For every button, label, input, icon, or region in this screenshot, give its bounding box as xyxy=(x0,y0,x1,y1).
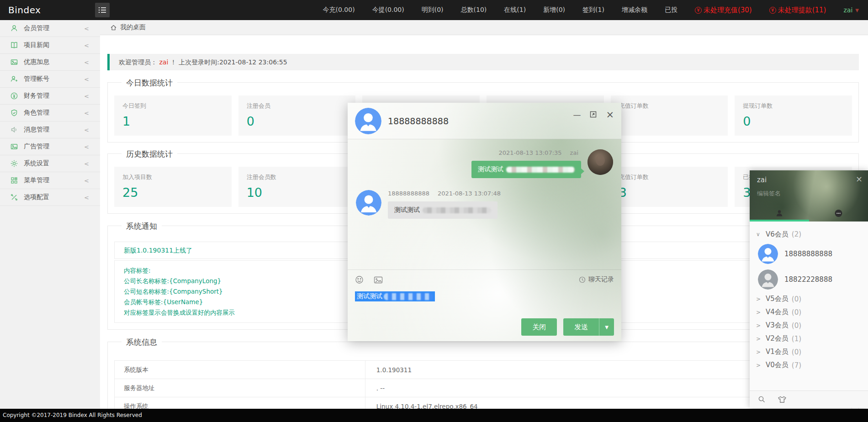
chevron-right-icon: > xyxy=(756,322,762,329)
member-icon xyxy=(10,24,18,32)
chevron-left-icon: < xyxy=(84,127,89,133)
sidebar-item-ads[interactable]: 广告管理 < xyxy=(0,138,100,155)
sidebar-label: 选项配置 xyxy=(24,193,49,201)
group-v6[interactable]: ∨ V6会员 (2) xyxy=(750,227,868,241)
section-title: 历史数据统计 xyxy=(122,149,177,159)
app-logo: Bindex xyxy=(0,5,95,16)
group-v5[interactable]: > V5会员 (0) xyxy=(750,292,868,306)
minimize-icon[interactable]: — xyxy=(573,111,581,119)
pending-recharge-alert[interactable]: ¥ 未处理充值(30) xyxy=(695,6,752,15)
chevron-left-icon: < xyxy=(84,59,89,66)
panel-toolbar xyxy=(750,390,868,408)
hamburger-menu-button[interactable] xyxy=(95,3,110,17)
member-row[interactable]: 18822228888 xyxy=(750,267,868,292)
send-options-caret[interactable]: ▼ xyxy=(599,318,614,336)
stat-card: 今日签到 1 xyxy=(114,95,232,136)
tab-chats[interactable] xyxy=(809,205,868,222)
chevron-right-icon: > xyxy=(756,349,762,355)
stat-card-value: 25 xyxy=(122,185,223,200)
withdraw-alert-icon: ¥ xyxy=(769,7,776,14)
sidebar-item-messages[interactable]: 消息管理 < xyxy=(0,121,100,138)
close-icon[interactable]: × xyxy=(856,174,863,184)
sidebar-label: 角色管理 xyxy=(24,109,49,117)
tools-icon xyxy=(10,193,18,201)
promo-image-icon xyxy=(10,58,18,66)
member-groups: ∨ V6会员 (2) 18888888888 18822228888 > V5会… xyxy=(750,222,868,390)
recharge-alert-icon: ¥ xyxy=(695,7,702,14)
group-count: (2) xyxy=(792,230,801,238)
chevron-right-icon: > xyxy=(756,309,762,316)
chat-dialog: 18888888888 — × 2021-08-13 13:07:35 zai … xyxy=(348,103,621,341)
breadcrumb-label[interactable]: 我的桌面 xyxy=(120,23,146,32)
stat-online[interactable]: 在线(1) xyxy=(504,6,526,14)
sysinfo-table: 系统版本 1.0.190311 服务器地址 . -- 操作系统 Linux 4.… xyxy=(114,360,852,409)
group-v3[interactable]: > V3会员 (0) xyxy=(750,319,868,332)
welcome-suffix: ！ 上次登录时间:2021-08-12 23:06:55 xyxy=(170,58,287,66)
stat-balance-adjust[interactable]: 增减余额 xyxy=(622,6,647,14)
stat-card-value: 0 xyxy=(743,114,844,128)
sidebar-item-finance[interactable]: 财务管理 < xyxy=(0,88,100,105)
sidebar-item-members[interactable]: 会员管理 < xyxy=(0,20,100,37)
chat-input[interactable]: 测试测试 xyxy=(355,291,614,301)
caret-down-icon: ▼ xyxy=(855,8,859,13)
emoji-icon[interactable] xyxy=(355,275,364,284)
member-row[interactable]: 18888888888 xyxy=(750,241,868,267)
sidebar-item-options[interactable]: 选项配置 < xyxy=(0,189,100,206)
message-sender: zai xyxy=(570,149,578,156)
chevron-right-icon: > xyxy=(756,336,762,342)
group-v2[interactable]: > V2会员 (1) xyxy=(750,332,868,345)
chevron-down-icon: ∨ xyxy=(756,231,762,237)
close-chat-button[interactable]: 关闭 xyxy=(521,318,557,336)
group-label: V6会员 xyxy=(766,230,789,239)
pending-recharge-label: 未处理充值(30) xyxy=(704,6,752,15)
chat-history-link[interactable]: 聊天记录 xyxy=(579,275,614,284)
close-icon[interactable]: × xyxy=(606,110,614,120)
message-bubble: 测试测试 xyxy=(388,201,498,219)
chevron-left-icon: < xyxy=(84,177,89,184)
person-icon xyxy=(775,209,783,217)
stat-new[interactable]: 新增(0) xyxy=(543,6,565,14)
search-icon[interactable] xyxy=(758,396,766,403)
redacted-content xyxy=(384,293,433,300)
sidebar-item-accounts[interactable]: 管理帐号 < xyxy=(0,71,100,88)
maximize-icon[interactable] xyxy=(590,111,597,119)
yen-circle-icon xyxy=(10,92,18,100)
skin-tshirt-icon[interactable] xyxy=(778,396,787,404)
group-v0[interactable]: > V0会员 (7) xyxy=(750,359,868,372)
sidebar-label: 项目新闻 xyxy=(24,41,49,49)
avatar-offline xyxy=(758,269,778,290)
group-count: (0) xyxy=(792,295,801,303)
chevron-left-icon: < xyxy=(84,143,89,150)
chevron-right-icon: > xyxy=(756,362,762,369)
send-button[interactable]: 发送 xyxy=(563,318,599,336)
home-icon xyxy=(110,24,117,31)
speaker-icon xyxy=(10,126,18,134)
stat-tomorrow-due[interactable]: 明到(0) xyxy=(422,6,444,14)
section-title: 系统通知 xyxy=(122,221,162,232)
sidebar-item-menus[interactable]: 菜单管理 < xyxy=(0,172,100,189)
sidebar-item-promotions[interactable]: 优惠加息 < xyxy=(0,54,100,71)
stat-card-value: 1 xyxy=(122,114,223,128)
sidebar-item-settings[interactable]: 系统设置 < xyxy=(0,155,100,172)
tab-contacts[interactable] xyxy=(750,205,809,222)
stat-card: 充值订单数 xyxy=(611,95,728,136)
user-menu[interactable]: zai ▼ xyxy=(843,6,859,14)
stat-today-withdraw[interactable]: 今提(0.00) xyxy=(372,6,404,14)
stat-card: 加入项目数 25 xyxy=(114,167,232,207)
edit-signature-link[interactable]: 编辑签名 xyxy=(757,190,781,198)
stat-total[interactable]: 总数(10) xyxy=(461,6,487,14)
pending-withdraw-alert[interactable]: ¥ 未处理提款(11) xyxy=(769,6,826,15)
sidebar-item-roles[interactable]: 角色管理 < xyxy=(0,105,100,121)
chevron-left-icon: < xyxy=(84,194,89,201)
stat-invested[interactable]: 已投 xyxy=(665,6,677,14)
chevron-right-icon: > xyxy=(756,296,762,302)
sidebar-label: 管理帐号 xyxy=(24,75,49,83)
stat-today-recharge[interactable]: 今充(0.00) xyxy=(323,6,355,14)
sidebar-item-news[interactable]: 项目新闻 < xyxy=(0,37,100,54)
group-v1[interactable]: > V1会员 (0) xyxy=(750,345,868,359)
image-upload-icon[interactable] xyxy=(374,276,383,284)
stat-signin[interactable]: 签到(1) xyxy=(582,6,604,14)
group-v4[interactable]: > V4会员 (0) xyxy=(750,306,868,319)
group-count: (0) xyxy=(792,348,801,356)
redacted-content xyxy=(423,207,491,213)
